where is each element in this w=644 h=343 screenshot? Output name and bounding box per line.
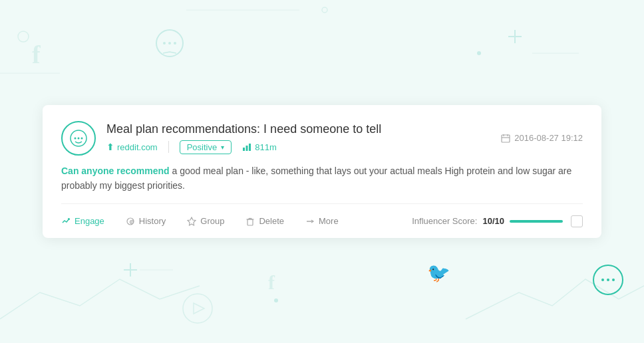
svg-rect-31 xyxy=(249,144,251,151)
bar-chart-icon xyxy=(242,142,251,152)
svg-rect-29 xyxy=(243,148,245,151)
reach-value: 811m xyxy=(255,142,277,152)
body-highlight: Can anyone recommend xyxy=(61,166,170,176)
svg-point-27 xyxy=(78,137,80,139)
score-bar xyxy=(510,220,563,223)
svg-rect-39 xyxy=(247,219,253,225)
source-label: reddit.com xyxy=(117,142,158,152)
history-button[interactable]: History xyxy=(115,212,176,230)
chevron-down-icon: ▾ xyxy=(221,144,224,151)
influencer-score: Influencer Score: 10/10 xyxy=(412,216,563,226)
card-actions: Engage History Group xyxy=(61,204,583,238)
more-button[interactable]: More xyxy=(295,212,349,230)
sentiment-label: Positive xyxy=(187,142,218,152)
delete-button[interactable]: Delete xyxy=(235,212,295,230)
svg-rect-30 xyxy=(246,146,248,151)
calendar-icon xyxy=(501,134,510,143)
post-body: Can anyone recommend a good meal plan - … xyxy=(61,164,583,205)
reach-info: 811m xyxy=(242,142,277,152)
engage-button[interactable]: Engage xyxy=(61,212,115,230)
svg-point-26 xyxy=(75,137,77,139)
sentiment-dropdown[interactable]: Positive ▾ xyxy=(180,140,232,154)
select-checkbox[interactable] xyxy=(571,215,583,227)
svg-point-28 xyxy=(81,137,83,139)
engage-icon xyxy=(61,217,71,226)
source-divider xyxy=(168,141,169,153)
group-button[interactable]: Group xyxy=(176,212,235,230)
delete-icon xyxy=(245,217,255,226)
avatar xyxy=(61,121,96,156)
post-date: 2016-08-27 19:12 xyxy=(501,133,583,143)
svg-point-38 xyxy=(131,221,132,223)
source-link[interactable]: ⬆ reddit.com xyxy=(106,142,158,152)
influencer-label: Influencer Score: xyxy=(412,216,477,226)
more-icon xyxy=(305,217,315,226)
post-card: Meal plan recommendations: I need someon… xyxy=(43,105,601,239)
history-icon xyxy=(126,217,135,226)
group-icon xyxy=(187,217,196,226)
reddit-icon: ⬆ xyxy=(106,142,114,152)
post-title: Meal plan recommendations: I need someon… xyxy=(106,122,490,136)
influencer-score-value: 10/10 xyxy=(482,216,504,226)
svg-rect-32 xyxy=(502,135,510,142)
